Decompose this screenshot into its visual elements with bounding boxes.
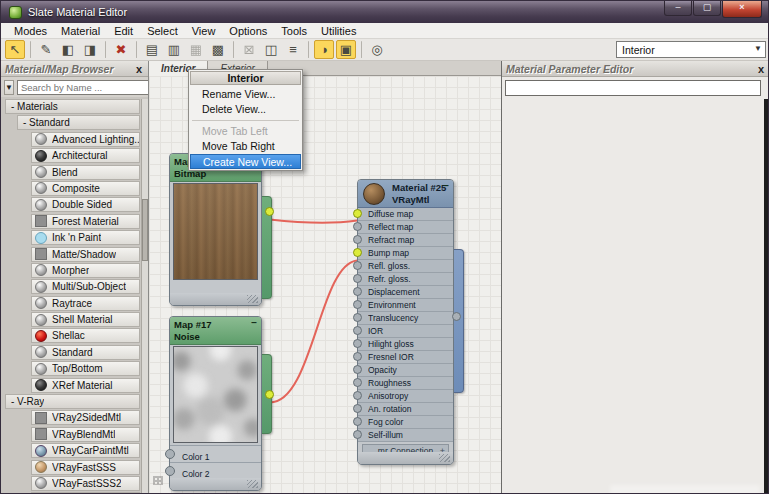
delete-selected-icon[interactable]: ✖ bbox=[111, 40, 131, 59]
search-input[interactable] bbox=[17, 80, 149, 95]
context-menu-separator[interactable] bbox=[192, 120, 299, 121]
noise-input-slot[interactable]: Color 1 bbox=[170, 445, 261, 462]
context-menu-current-view[interactable]: Interior bbox=[190, 71, 301, 85]
hide-unused-slots-icon[interactable]: ⊠ bbox=[239, 40, 259, 59]
slot-socket[interactable] bbox=[353, 352, 362, 361]
browser-row[interactable]: Ink 'n Paint bbox=[31, 230, 140, 245]
material-output-socket[interactable] bbox=[452, 312, 461, 321]
browser-row[interactable]: Standard bbox=[31, 345, 140, 360]
browser-row[interactable]: Raytrace bbox=[31, 296, 140, 311]
noise-node-header[interactable]: Map #17 Noise − bbox=[170, 317, 261, 345]
separator[interactable] bbox=[308, 41, 309, 58]
node-view-canvas[interactable]: InteriorExterior Map #16 Bitmap − bbox=[149, 61, 501, 494]
select-tool-icon[interactable]: ↖ bbox=[5, 40, 25, 59]
material-slot[interactable]: Environment bbox=[358, 299, 453, 312]
show-one-level-icon[interactable]: ◫ bbox=[261, 40, 281, 59]
browser-row[interactable]: VRayBlendMtl bbox=[31, 427, 140, 442]
menu-utilities[interactable]: Utilities bbox=[314, 25, 363, 37]
view-selector-dropdown[interactable]: Interior ▼ bbox=[616, 41, 766, 58]
browser-row[interactable]: - Standard bbox=[17, 115, 140, 130]
minimize-button[interactable]: – bbox=[664, 1, 692, 16]
context-menu-move-tab-left[interactable]: Move Tab Left bbox=[190, 124, 301, 139]
browser-row[interactable]: Shell Material bbox=[31, 312, 140, 327]
browser-scrollbar-thumb[interactable] bbox=[142, 199, 148, 261]
connection-wire-diffuse[interactable] bbox=[270, 220, 357, 223]
material-slot[interactable]: Refr. gloss. bbox=[358, 273, 453, 286]
context-menu-delete-view[interactable]: Delete View... bbox=[190, 102, 301, 117]
separator[interactable] bbox=[233, 41, 234, 58]
show-connections-icon[interactable]: ≡ bbox=[283, 40, 303, 59]
slot-socket[interactable] bbox=[353, 287, 362, 296]
browser-row[interactable]: Morpher bbox=[31, 263, 140, 278]
separator[interactable] bbox=[30, 41, 31, 58]
pick-material-eyedropper-icon[interactable]: ✎ bbox=[36, 40, 56, 59]
slot-socket[interactable] bbox=[353, 222, 362, 231]
material-slot[interactable]: Anisotropy bbox=[358, 390, 453, 403]
browser-row[interactable]: Shellac bbox=[31, 328, 140, 343]
material-node[interactable]: Material #25 VRayMtl − Diffuse map Refle… bbox=[357, 179, 454, 465]
material-slot[interactable]: Fog color bbox=[358, 416, 453, 429]
material-slot[interactable]: Translucency bbox=[358, 312, 453, 325]
browser-row[interactable]: Advanced Lighting... bbox=[31, 132, 140, 147]
browser-row[interactable]: Top/Bottom bbox=[31, 361, 140, 376]
browser-row[interactable]: Multi/Sub-Object bbox=[31, 279, 140, 294]
slot-socket[interactable] bbox=[353, 365, 362, 374]
material-slot[interactable]: Fresnel IOR bbox=[358, 351, 453, 364]
material-slot[interactable]: Self-illum bbox=[358, 429, 453, 442]
slot-socket[interactable] bbox=[353, 235, 362, 244]
material-slot[interactable]: Displacement bbox=[358, 286, 453, 299]
render-preview-icon[interactable]: ◎ bbox=[367, 40, 387, 59]
material-slot[interactable]: An. rotation bbox=[358, 403, 453, 416]
bitmap-output-socket[interactable] bbox=[265, 207, 274, 216]
material-slot[interactable]: Diffuse map bbox=[358, 208, 453, 221]
slot-socket[interactable] bbox=[353, 248, 362, 257]
browser-row[interactable]: - Materials bbox=[5, 99, 140, 114]
slot-socket[interactable] bbox=[353, 339, 362, 348]
slot-socket[interactable] bbox=[353, 391, 362, 400]
slot-socket[interactable] bbox=[353, 378, 362, 387]
separator[interactable] bbox=[136, 41, 137, 58]
put-to-library-icon[interactable]: ◧ bbox=[58, 40, 78, 59]
close-button[interactable]: × bbox=[722, 1, 762, 18]
collapse-icon[interactable]: − bbox=[251, 317, 257, 328]
context-menu-rename-view[interactable]: Rename View... bbox=[190, 87, 301, 102]
browser-row[interactable]: VRay2SidedMtl bbox=[31, 410, 140, 425]
title-bar[interactable]: Slate Material Editor – ▢ × bbox=[1, 1, 769, 23]
separator[interactable] bbox=[361, 41, 362, 58]
resize-handle[interactable] bbox=[247, 480, 258, 488]
resize-handle[interactable] bbox=[247, 295, 258, 303]
browser-row[interactable]: Architectural bbox=[31, 148, 140, 163]
parameter-name-input[interactable] bbox=[505, 80, 761, 96]
browser-row[interactable]: - V-Ray bbox=[5, 394, 140, 409]
parameter-scrollbar[interactable] bbox=[764, 99, 769, 494]
browser-close-icon[interactable]: x bbox=[134, 63, 144, 75]
show-shaded-icon[interactable]: ◑ bbox=[314, 40, 334, 59]
show-grid-icon[interactable]: ▩ bbox=[208, 40, 228, 59]
input-socket[interactable] bbox=[165, 449, 175, 459]
menu-edit[interactable]: Edit bbox=[107, 25, 140, 37]
browser-scrollbar[interactable] bbox=[141, 99, 148, 494]
slot-socket[interactable] bbox=[353, 326, 362, 335]
slot-socket[interactable] bbox=[353, 274, 362, 283]
menu-tools[interactable]: Tools bbox=[274, 25, 314, 37]
menu-view[interactable]: View bbox=[185, 25, 223, 37]
material-slot[interactable]: Bump map bbox=[358, 247, 453, 260]
layout-all-icon[interactable]: ▤ bbox=[142, 40, 162, 59]
slot-socket[interactable] bbox=[353, 417, 362, 426]
layout-children-icon[interactable]: ▥ bbox=[164, 40, 184, 59]
menu-select[interactable]: Select bbox=[140, 25, 185, 37]
material-id-channel-icon[interactable]: ▦ bbox=[186, 40, 206, 59]
material-slot[interactable]: Roughness bbox=[358, 377, 453, 390]
filter-dropdown-button[interactable]: ▼ bbox=[4, 80, 14, 95]
browser-row[interactable]: Composite bbox=[31, 181, 140, 196]
input-socket[interactable] bbox=[165, 466, 175, 476]
material-slot[interactable]: Refract map bbox=[358, 234, 453, 247]
material-slot[interactable]: Reflect map bbox=[358, 221, 453, 234]
browser-row[interactable]: VRayFastSSS bbox=[31, 460, 140, 475]
context-menu-move-tab-right[interactable]: Move Tab Right bbox=[190, 139, 301, 154]
browser-row[interactable]: Forest Material bbox=[31, 214, 140, 229]
material-slot[interactable]: Opacity bbox=[358, 364, 453, 377]
parameter-close-icon[interactable]: x bbox=[756, 63, 766, 75]
material-node-header[interactable]: Material #25 VRayMtl − bbox=[358, 180, 453, 208]
menu-options[interactable]: Options bbox=[222, 25, 274, 37]
